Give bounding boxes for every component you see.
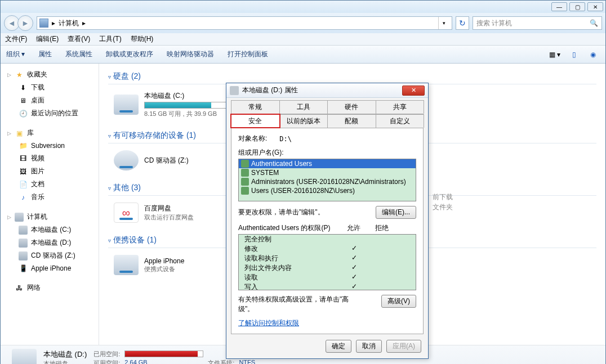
perm-title: Authenticated Users 的权限(P) bbox=[238, 223, 340, 233]
drive-c-usage-bar bbox=[144, 102, 229, 109]
library-icon: ▣ bbox=[15, 129, 24, 138]
user-icon bbox=[241, 178, 249, 186]
cancel-button[interactable]: 取消 bbox=[356, 340, 382, 353]
user-icon bbox=[241, 187, 249, 195]
menu-edit[interactable]: 编辑(E) bbox=[36, 34, 59, 44]
nav-drive-d[interactable]: 本地磁盘 (D:) bbox=[3, 236, 96, 249]
nav-cd-drive[interactable]: CD 驱动器 (Z:) bbox=[3, 249, 96, 262]
tab-sharing[interactable]: 共享 bbox=[376, 100, 425, 114]
view-options-icon[interactable]: ▦ ▾ bbox=[548, 49, 562, 60]
tb-properties[interactable]: 属性 bbox=[38, 50, 52, 59]
menu-tools[interactable]: 工具(T) bbox=[99, 34, 121, 44]
computer-icon bbox=[15, 213, 24, 222]
tab-previous-versions[interactable]: 以前的版本 bbox=[279, 114, 328, 128]
drive-icon bbox=[19, 226, 28, 235]
computer-icon bbox=[39, 19, 48, 28]
tab-hardware[interactable]: 硬件 bbox=[327, 100, 376, 114]
baidu-icon: ∞ bbox=[114, 203, 139, 223]
nav-recent[interactable]: 🕘最近访问的位置 bbox=[3, 107, 96, 120]
used-bar bbox=[124, 350, 203, 358]
menu-bar: 文件(F) 编辑(E) 查看(V) 工具(T) 帮助(H) bbox=[1, 33, 605, 46]
tab-security[interactable]: 安全 bbox=[231, 114, 280, 128]
permission-list[interactable]: 完全控制 修改✓ 读取和执行✓ 列出文件夹内容✓ 读取✓ 写入✓ bbox=[238, 234, 416, 290]
tb-uninstall[interactable]: 卸载或更改程序 bbox=[106, 50, 153, 59]
close-button[interactable]: ✕ bbox=[587, 2, 603, 11]
search-box[interactable]: 搜索 计算机 🔍 bbox=[473, 16, 602, 30]
nav-network[interactable]: ▷🖧网络 bbox=[3, 281, 96, 294]
folder-icon: 📁 bbox=[19, 141, 28, 150]
tab-quota[interactable]: 配额 bbox=[327, 114, 376, 128]
nav-drive-c[interactable]: 本地磁盘 (C:) bbox=[3, 223, 96, 236]
menu-view[interactable]: 查看(V) bbox=[68, 34, 90, 44]
organize-menu[interactable]: 组织 ▾ bbox=[6, 50, 25, 59]
tab-tools[interactable]: 工具 bbox=[279, 100, 328, 114]
free-value: 2.64 GB bbox=[124, 359, 203, 364]
nav-pictures[interactable]: 🖼图片 bbox=[3, 165, 96, 178]
nav-favorites[interactable]: ▷★收藏夹 bbox=[3, 68, 96, 81]
apply-button[interactable]: 应用(A) bbox=[386, 340, 421, 353]
nav-libraries[interactable]: ▷▣库 bbox=[3, 127, 96, 140]
help-icon[interactable]: ◉ bbox=[586, 49, 600, 60]
advanced-button[interactable]: 高级(V) bbox=[381, 295, 416, 308]
network-icon: 🖧 bbox=[15, 284, 24, 293]
user-item-authenticated[interactable]: Authenticated Users bbox=[239, 159, 416, 168]
object-name-value: D:\ bbox=[279, 135, 292, 143]
nav-downloads[interactable]: ⬇下载 bbox=[3, 81, 96, 94]
dialog-titlebar[interactable]: 本地磁盘 (D:) 属性 ✕ bbox=[226, 83, 428, 98]
user-item-users[interactable]: Users (USER-20161028NZ\Users) bbox=[239, 186, 416, 195]
perm-row: 完全控制 bbox=[239, 235, 416, 244]
minimize-button[interactable]: — bbox=[551, 2, 567, 11]
user-list[interactable]: Authenticated Users SYSTEM Administrator… bbox=[238, 159, 416, 201]
allow-header: 允许 bbox=[340, 223, 368, 233]
tab-customize[interactable]: 自定义 bbox=[376, 114, 425, 128]
drive-icon bbox=[230, 86, 239, 95]
nav-desktop[interactable]: 🖥桌面 bbox=[3, 94, 96, 107]
address-box[interactable]: ▸ 计算机 ▸ ▾ bbox=[37, 16, 452, 30]
document-icon: 📄 bbox=[19, 180, 28, 189]
tb-control-panel[interactable]: 打开控制面板 bbox=[228, 50, 268, 59]
user-item-admins[interactable]: Administrators (USER-20161028NZ\Administ… bbox=[239, 177, 416, 186]
maximize-button[interactable]: ▢ bbox=[569, 2, 585, 11]
used-label: 已用空间: bbox=[93, 350, 120, 358]
background-hint: 前下载 文件夹 bbox=[433, 192, 453, 212]
nav-documents[interactable]: 📄文档 bbox=[3, 178, 96, 191]
tb-map-drive[interactable]: 映射网络驱动器 bbox=[167, 50, 214, 59]
dialog-close-button[interactable]: ✕ bbox=[402, 86, 425, 96]
address-dropdown[interactable]: ▾ bbox=[438, 17, 449, 29]
breadcrumb-computer[interactable]: 计算机 bbox=[59, 19, 79, 28]
nav-subversion[interactable]: 📁Subversion bbox=[3, 140, 96, 152]
user-item-system[interactable]: SYSTEM bbox=[239, 168, 416, 177]
nav-videos[interactable]: 🎞视频 bbox=[3, 152, 96, 165]
nav-music[interactable]: ♪音乐 bbox=[3, 191, 96, 204]
nav-iphone[interactable]: 📱Apple iPhone bbox=[3, 262, 96, 275]
nav-computer[interactable]: ▷计算机 bbox=[3, 210, 96, 223]
edit-hint: 要更改权限，请单击"编辑"。 bbox=[238, 208, 324, 217]
details-type: 本地磁盘 bbox=[43, 359, 87, 364]
search-placeholder: 搜索 计算机 bbox=[476, 19, 512, 28]
user-icon bbox=[241, 160, 249, 168]
tab-general[interactable]: 常规 bbox=[231, 100, 280, 114]
search-icon: 🔍 bbox=[590, 19, 598, 27]
drive-icon bbox=[114, 95, 139, 115]
tabs-row-2: 安全 以前的版本 配额 自定义 bbox=[231, 114, 424, 128]
forward-button[interactable]: ► bbox=[17, 15, 33, 31]
video-icon: 🎞 bbox=[19, 154, 28, 163]
desktop-icon: 🖥 bbox=[19, 96, 28, 105]
menu-file[interactable]: 文件(F) bbox=[5, 34, 27, 44]
section-hdd[interactable]: ▿硬盘 (2) bbox=[108, 69, 596, 84]
menu-help[interactable]: 帮助(H) bbox=[131, 34, 154, 44]
perm-row: 列出文件夹内容✓ bbox=[239, 263, 416, 273]
cd-icon bbox=[19, 251, 28, 260]
toolbar: 组织 ▾ 属性 系统属性 卸载或更改程序 映射网络驱动器 打开控制面板 ▦ ▾ … bbox=[1, 46, 605, 64]
group-users-label: 组或用户名(G): bbox=[238, 148, 416, 158]
edit-button[interactable]: 编辑(E)... bbox=[376, 206, 416, 219]
ok-button[interactable]: 确定 bbox=[326, 340, 351, 353]
preview-pane-icon[interactable]: ▯ bbox=[567, 49, 581, 60]
fs-label: 文件系统: bbox=[208, 359, 234, 364]
learn-more-link[interactable]: 了解访问控制和权限 bbox=[238, 319, 299, 327]
refresh-button[interactable]: ↻ bbox=[456, 16, 469, 30]
drive-icon bbox=[12, 349, 37, 365]
perm-row: 读取✓ bbox=[239, 273, 416, 282]
deny-header: 拒绝 bbox=[368, 223, 396, 233]
tb-system-properties[interactable]: 系统属性 bbox=[65, 50, 92, 59]
